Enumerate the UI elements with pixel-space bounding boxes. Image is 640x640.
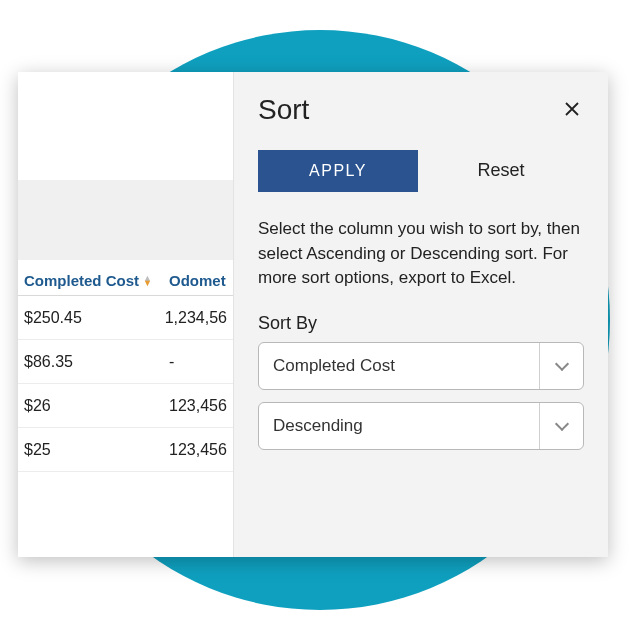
cell-cost: $26 [24, 397, 169, 415]
table-row: $25 123,456 [18, 428, 233, 472]
table-row: $250.45 1,234,56 [18, 296, 233, 340]
sort-column-select[interactable]: Completed Cost [258, 342, 584, 390]
cell-odometer: 123,456 [169, 441, 227, 459]
sort-direction-select[interactable]: Descending [258, 402, 584, 450]
table-blank-area [18, 72, 233, 180]
cell-cost: $250.45 [24, 309, 165, 327]
select-value: Descending [259, 403, 539, 449]
column-header-label: Odomet [169, 272, 226, 289]
panel-title: Sort [258, 94, 309, 126]
sort-panel: Sort APPLY Reset Select the column you w… [233, 72, 608, 557]
cell-odometer: 123,456 [169, 397, 227, 415]
select-value: Completed Cost [259, 343, 539, 389]
button-row: APPLY Reset [258, 148, 584, 193]
table-header-row: Completed Cost ▲ ▼ Odomet [18, 260, 233, 296]
cell-cost: $25 [24, 441, 169, 459]
apply-button[interactable]: APPLY [258, 150, 418, 192]
column-header-completed-cost[interactable]: Completed Cost ▲ ▼ [24, 272, 169, 289]
reset-button[interactable]: Reset [418, 148, 584, 193]
chevron-down-icon [539, 403, 583, 449]
instructions-text: Select the column you wish to sort by, t… [258, 217, 584, 291]
cell-cost: $86.35 [24, 353, 169, 371]
sort-by-label: Sort By [258, 313, 584, 334]
cell-odometer: - [169, 353, 227, 371]
panel-header: Sort [258, 94, 584, 126]
chevron-down-icon [539, 343, 583, 389]
table-row: $86.35 - [18, 340, 233, 384]
column-header-label: Completed Cost [24, 272, 139, 289]
table-pane: Completed Cost ▲ ▼ Odomet $250.45 1,234,… [18, 72, 233, 557]
sort-indicator-icon: ▲ ▼ [143, 276, 152, 286]
column-header-odometer[interactable]: Odomet [169, 272, 227, 289]
cell-odometer: 1,234,56 [165, 309, 227, 327]
close-icon[interactable] [560, 96, 584, 124]
app-window: Completed Cost ▲ ▼ Odomet $250.45 1,234,… [18, 72, 608, 557]
table-row: $26 123,456 [18, 384, 233, 428]
table-header-band [18, 180, 233, 260]
